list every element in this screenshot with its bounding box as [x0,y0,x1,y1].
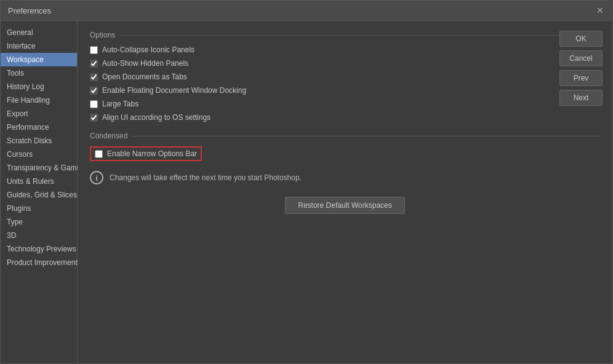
option-label-1[interactable]: Auto-Show Hidden Panels [90,59,188,68]
sidebar-item-transparency--gamut[interactable]: Transparency & Gamut [1,161,77,175]
enable-narrow-label[interactable]: Enable Narrow Options Bar [107,149,197,158]
options-list: Auto-Collapse Iconic PanelsAuto-Show Hid… [90,46,600,122]
condensed-section-label: Condensed [90,132,600,140]
option-label-4[interactable]: Large Tabs [90,100,138,108]
sidebar-item-cursors[interactable]: Cursors [1,148,77,161]
enable-narrow-wrapper: Enable Narrow Options Bar [90,146,202,161]
option-label-3[interactable]: Enable Floating Document Window Docking [90,86,246,95]
cancel-button[interactable]: Cancel [559,50,603,66]
next-button[interactable]: Next [559,90,603,106]
sidebar-item-plugins[interactable]: Plugins [1,202,77,215]
action-buttons: OK Cancel Prev Next [559,31,603,106]
sidebar-item-history-log[interactable]: History Log [1,80,77,93]
option-checkbox-2[interactable] [90,73,98,81]
sidebar-item-3d[interactable]: 3D [1,229,77,242]
option-row-1: Auto-Show Hidden Panels [90,59,600,68]
restore-button[interactable]: Restore Default Workspaces [285,197,405,214]
option-checkbox-1[interactable] [90,60,98,68]
sidebar-item-scratch-disks[interactable]: Scratch Disks [1,134,77,148]
sidebar-item-performance[interactable]: Performance [1,121,77,134]
title-bar: Preferences ✕ [1,1,612,21]
sidebar-item-workspace[interactable]: Workspace [1,53,77,66]
option-row-4: Large Tabs [90,100,600,108]
dialog-title: Preferences [8,6,51,15]
sidebar-item-general[interactable]: General [1,26,77,39]
sidebar-item-export[interactable]: Export [1,107,77,121]
info-row: i Changes will take effect the next time… [90,171,600,184]
ok-button[interactable]: OK [559,31,603,47]
option-label-2[interactable]: Open Documents as Tabs [90,73,187,81]
sidebar-item-guides-grid--slices[interactable]: Guides, Grid & Slices [1,188,77,202]
option-label-5[interactable]: Align UI according to OS settings [90,113,210,122]
options-section-label: Options [90,31,600,39]
sidebar-item-units--rulers[interactable]: Units & Rulers [1,175,77,188]
option-checkbox-5[interactable] [90,114,98,122]
condensed-section: Condensed Enable Narrow Options Bar i Ch… [90,132,600,214]
info-icon: i [90,171,103,184]
sidebar: GeneralInterfaceWorkspaceToolsHistory Lo… [1,21,78,363]
main-content: OK Cancel Prev Next Options Auto-Collaps… [78,21,612,363]
close-button[interactable]: ✕ [595,6,605,15]
option-row-3: Enable Floating Document Window Docking [90,86,600,95]
dialog-body: GeneralInterfaceWorkspaceToolsHistory Lo… [1,21,612,363]
preferences-dialog: Preferences ✕ GeneralInterfaceWorkspaceT… [0,0,613,364]
enable-narrow-checkbox[interactable] [95,150,103,158]
enable-narrow-row: Enable Narrow Options Bar [90,146,600,161]
info-text: Changes will take effect the next time y… [110,173,302,182]
option-row-0: Auto-Collapse Iconic Panels [90,46,600,54]
option-checkbox-4[interactable] [90,100,98,108]
sidebar-item-tools[interactable]: Tools [1,66,77,80]
prev-button[interactable]: Prev [559,70,603,86]
option-checkbox-3[interactable] [90,87,98,95]
sidebar-item-product-improvement[interactable]: Product Improvement [1,256,77,269]
sidebar-item-interface[interactable]: Interface [1,39,77,53]
option-row-5: Align UI according to OS settings [90,113,600,122]
option-checkbox-0[interactable] [90,46,98,54]
option-label-0[interactable]: Auto-Collapse Iconic Panels [90,46,194,54]
sidebar-item-type[interactable]: Type [1,215,77,229]
sidebar-item-technology-previews[interactable]: Technology Previews [1,242,77,256]
sidebar-item-file-handling[interactable]: File Handling [1,93,77,107]
option-row-2: Open Documents as Tabs [90,73,600,81]
